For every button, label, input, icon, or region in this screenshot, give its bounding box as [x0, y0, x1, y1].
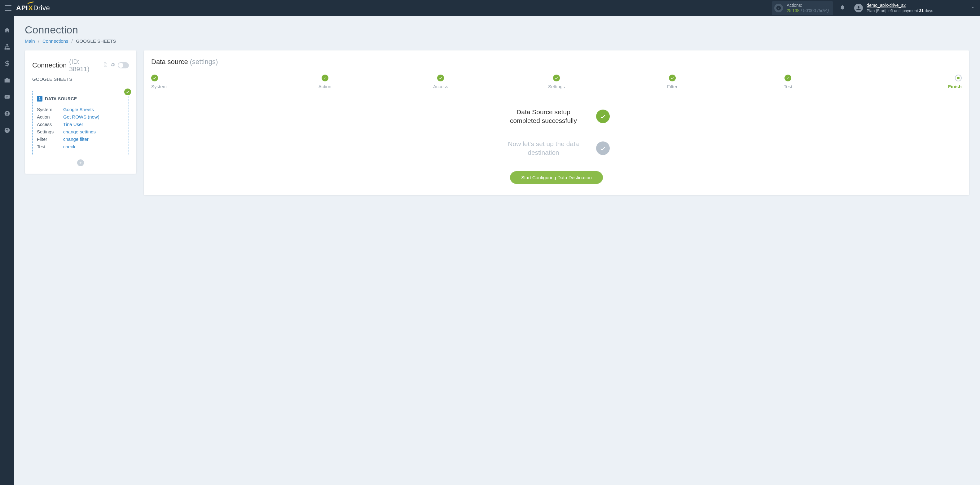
topbar: APIXDrive Actions: 25'138 / 50'000 (50%)…	[0, 0, 980, 16]
briefcase-icon[interactable]	[4, 77, 10, 84]
ds-settings-link[interactable]: change settings	[63, 128, 96, 136]
step-filter[interactable]: Filter	[614, 74, 730, 89]
logo[interactable]: APIXDrive	[16, 4, 50, 12]
stepper: System Action Access Settings Filter Tes…	[151, 74, 962, 89]
ds-system-link[interactable]: Google Sheets	[63, 106, 94, 113]
status-success: Data Source setup completed successfully	[151, 108, 962, 125]
page-title: Connection	[25, 24, 969, 36]
gear-icon[interactable]	[110, 62, 115, 68]
chevron-down-icon[interactable]	[933, 5, 975, 11]
box-title: DATA SOURCE	[45, 96, 77, 101]
status-pending: Now let's set up the data destination	[151, 139, 962, 157]
step-finish[interactable]: Finish	[846, 74, 962, 89]
plan-info: Plan |Start| left until payment 31 days	[867, 8, 933, 13]
ds-test-link[interactable]: check	[63, 143, 75, 151]
step-settings[interactable]: Settings	[498, 74, 614, 89]
file-icon[interactable]	[103, 62, 108, 68]
billing-icon[interactable]	[4, 60, 10, 68]
ds-access-link[interactable]: Tina User	[63, 121, 83, 128]
right-title: Data source (settings)	[151, 58, 962, 66]
add-button[interactable]	[77, 159, 84, 166]
breadcrumb-current: GOOGLE SHEETS	[76, 38, 116, 44]
ds-action-link[interactable]: Get ROWS (new)	[63, 113, 99, 121]
help-icon[interactable]	[4, 127, 10, 135]
connection-id: (ID: 38911)	[69, 58, 100, 73]
connection-panel: Connection (ID: 38911) GOOGLE SHEETS 1 D…	[25, 51, 136, 174]
data-source-box[interactable]: 1 DATA SOURCE SystemGoogle Sheets Action…	[32, 91, 129, 155]
youtube-icon[interactable]	[4, 94, 10, 101]
breadcrumb-connections[interactable]: Connections	[43, 38, 68, 44]
home-icon[interactable]	[4, 27, 10, 34]
step-access[interactable]: Access	[383, 74, 498, 89]
pending-check-icon	[596, 141, 610, 155]
actions-used: 25'138	[787, 8, 800, 13]
step-test[interactable]: Test	[730, 74, 846, 89]
account-icon[interactable]	[4, 111, 10, 118]
breadcrumb: Main / Connections / GOOGLE SHEETS	[25, 38, 969, 44]
box-number: 1	[37, 96, 43, 101]
success-check-icon	[596, 109, 610, 123]
start-destination-button[interactable]: Start Configuring Data Destination	[510, 171, 603, 184]
ds-filter-link[interactable]: change filter	[63, 136, 89, 143]
breadcrumb-main[interactable]: Main	[25, 38, 35, 44]
step-system[interactable]: System	[151, 74, 267, 89]
enable-toggle[interactable]	[118, 62, 129, 68]
check-icon	[124, 89, 131, 95]
notifications-icon[interactable]	[839, 4, 846, 12]
connection-name: GOOGLE SHEETS	[32, 76, 129, 85]
avatar-icon	[854, 4, 863, 13]
sidebar	[0, 16, 14, 485]
info-icon	[774, 4, 783, 13]
data-source-settings-panel: Data source (settings) System Action Acc…	[144, 51, 969, 195]
hamburger-menu[interactable]	[5, 5, 11, 11]
user-menu[interactable]: demo_apix-drive_s2 Plan |Start| left unt…	[854, 3, 933, 13]
connections-icon[interactable]	[4, 44, 10, 51]
actions-label: Actions:	[787, 3, 829, 8]
username: demo_apix-drive_s2	[867, 3, 933, 8]
actions-pct: (50%)	[817, 8, 829, 13]
step-action[interactable]: Action	[267, 74, 383, 89]
actions-widget[interactable]: Actions: 25'138 / 50'000 (50%)	[772, 1, 833, 15]
connection-title: Connection	[32, 61, 67, 69]
